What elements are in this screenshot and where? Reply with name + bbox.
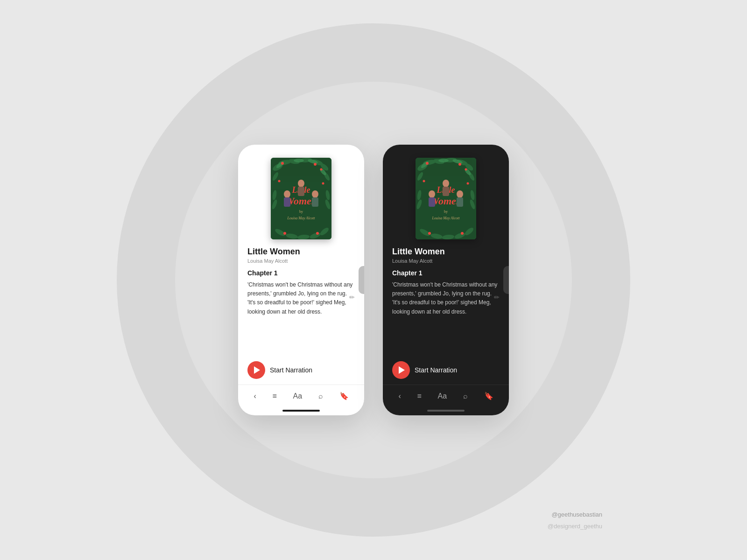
svg-rect-38 (312, 197, 318, 207)
svg-point-72 (429, 190, 435, 198)
svg-point-24 (320, 168, 323, 171)
nav-search-light[interactable]: ⌕ (317, 390, 325, 402)
play-icon-dark (399, 366, 405, 374)
bottom-nav-light: ‹ ≡ Aa ⌕ 🔖 (238, 385, 364, 410)
nav-font-light[interactable]: Aa (291, 390, 304, 402)
nav-search-dark[interactable]: ⌕ (461, 390, 470, 402)
watermark-top: @geethusebastian (551, 511, 602, 518)
scroll-indicator-dark (503, 266, 509, 294)
phones-container: Little Women by Louisa May Alcott (238, 145, 509, 415)
list-icon-light: ≡ (272, 392, 276, 400)
pencil-icon-dark: ✏ (494, 294, 500, 301)
svg-point-67 (461, 232, 464, 235)
svg-text:by: by (444, 210, 448, 214)
nav-font-dark[interactable]: Aa (436, 390, 449, 402)
home-indicator-light (282, 410, 320, 412)
phone-light: Little Women by Louisa May Alcott (238, 145, 364, 415)
svg-point-10 (294, 159, 304, 162)
watermark-bottom: @designerd_geethu (548, 523, 602, 530)
list-icon-dark: ≡ (417, 392, 421, 400)
svg-point-49 (438, 159, 449, 162)
nav-bookmark-light[interactable]: 🔖 (338, 390, 351, 402)
bottom-nav-dark: ‹ ≡ Aa ⌕ 🔖 (383, 385, 509, 410)
nav-list-light[interactable]: ≡ (270, 390, 278, 402)
bookmark-icon-dark: 🔖 (484, 392, 493, 400)
pencil-icon-light: ✏ (349, 294, 355, 301)
svg-point-35 (298, 180, 304, 187)
chapter-label-light: Chapter 1 (247, 269, 355, 277)
book-author-light: Louisa May Alcott (247, 258, 355, 264)
svg-point-28 (316, 232, 319, 235)
narration-label-dark: Start Narration (415, 366, 457, 374)
svg-text:by: by (299, 210, 303, 214)
bookmark-icon-light: 🔖 (339, 392, 349, 400)
svg-point-74 (443, 180, 449, 187)
svg-point-33 (284, 190, 290, 198)
svg-point-26 (322, 182, 324, 185)
phone-dark: Little Women by Louisa May Alcott (383, 145, 509, 415)
back-icon-dark: ‹ (398, 392, 401, 400)
play-button-dark[interactable] (392, 361, 410, 379)
narration-label-light: Start Narration (270, 366, 312, 374)
book-excerpt-light: 'Christmas won't be Christmas without an… (247, 280, 355, 356)
book-author-dark: Louisa May Alcott (392, 258, 500, 264)
phone-light-content: Little Women by Louisa May Alcott (238, 145, 364, 356)
inner-circle: Little Women by Louisa May Alcott (175, 82, 572, 478)
home-indicator-dark (427, 410, 465, 412)
font-icon-light: Aa (293, 392, 303, 400)
svg-rect-75 (443, 187, 449, 196)
nav-list-dark[interactable]: ≡ (415, 390, 423, 402)
search-icon-dark: ⌕ (463, 392, 468, 400)
search-icon-light: ⌕ (318, 392, 323, 400)
svg-point-62 (458, 163, 461, 166)
svg-text:Louisa May Alcott: Louisa May Alcott (432, 216, 460, 220)
book-cover-container-light: Little Women by Louisa May Alcott (247, 158, 355, 239)
play-button-light[interactable] (247, 361, 265, 379)
svg-point-25 (278, 180, 281, 182)
svg-point-66 (428, 232, 431, 235)
back-icon-light: ‹ (254, 392, 256, 400)
chapter-label-dark: Chapter 1 (392, 269, 500, 277)
svg-rect-77 (457, 197, 463, 207)
svg-point-23 (314, 163, 317, 166)
book-cover-dark: Little Women by Louisa May Alcott (416, 158, 476, 239)
outer-circle: Little Women by Louisa May Alcott (117, 23, 630, 537)
svg-rect-36 (298, 187, 304, 196)
nav-bookmark-dark[interactable]: 🔖 (482, 390, 495, 402)
book-cover-light: Little Women by Louisa May Alcott (271, 158, 331, 239)
svg-point-22 (281, 162, 284, 165)
font-icon-dark: Aa (438, 392, 447, 400)
svg-point-61 (426, 162, 429, 165)
nav-back-dark[interactable]: ‹ (396, 390, 402, 402)
narration-area-dark: Start Narration (383, 356, 509, 383)
svg-point-63 (465, 168, 467, 171)
svg-point-37 (312, 190, 318, 198)
svg-rect-73 (429, 197, 435, 207)
svg-point-65 (467, 182, 469, 185)
svg-point-76 (457, 190, 463, 198)
book-excerpt-dark: 'Christmas won't be Christmas without an… (392, 280, 500, 356)
scroll-indicator-light (359, 266, 364, 294)
phone-dark-content: Little Women by Louisa May Alcott (383, 145, 509, 356)
narration-area-light: Start Narration (238, 356, 364, 383)
svg-text:Louisa May Alcott: Louisa May Alcott (287, 216, 316, 220)
book-cover-container-dark: Little Women by Louisa May Alcott (392, 158, 500, 239)
svg-point-27 (283, 232, 286, 235)
nav-back-light[interactable]: ‹ (252, 390, 258, 402)
svg-point-64 (423, 180, 425, 182)
book-title-dark: Little Women (392, 247, 500, 257)
svg-rect-34 (284, 197, 290, 207)
play-icon-light (254, 366, 260, 374)
book-title-light: Little Women (247, 247, 355, 257)
